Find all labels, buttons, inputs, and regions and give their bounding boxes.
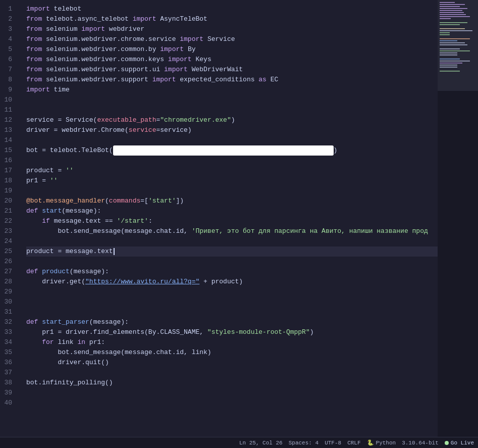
code-line	[26, 287, 478, 297]
plain-token: webdriver	[105, 24, 144, 34]
kw-token: import	[26, 4, 50, 14]
line-number: 1	[4, 4, 12, 14]
kw-token: def	[26, 206, 38, 216]
line-number: 26	[4, 257, 12, 267]
code-line	[26, 236, 478, 246]
line-number: 5	[4, 44, 12, 55]
plain-token: selenium.webdriver.chrome.service	[42, 34, 180, 44]
line-number: 29	[4, 287, 12, 297]
plain-token: telebot.async_telebot	[42, 14, 132, 24]
plain-token: (message):	[70, 267, 109, 277]
param-token: executable_path	[97, 115, 156, 125]
line-number: 11	[4, 105, 12, 115]
plain-token: AsyncTeleBot	[156, 14, 207, 24]
line-number: 10	[4, 95, 12, 105]
plain-token: )	[231, 115, 235, 125]
line-number: 19	[4, 186, 12, 196]
line-number: 4	[4, 34, 12, 44]
str-token: ''	[66, 166, 74, 176]
code-line: if message.text == '/start':	[26, 216, 478, 226]
kw-token: from	[26, 34, 42, 44]
code-line	[26, 398, 478, 408]
fn-token: product	[42, 267, 70, 277]
spaces-label: Spaces: 4	[289, 440, 318, 446]
language-status[interactable]: 🐍 Python	[367, 439, 396, 446]
code-line	[26, 257, 478, 267]
go-live-dot-icon	[445, 441, 449, 445]
plain-token: ])	[176, 196, 184, 206]
go-live-button[interactable]: Go Live	[445, 440, 474, 446]
line-number: 40	[4, 398, 12, 408]
str-token: ''	[50, 176, 58, 186]
code-line: bot.send_message(message.chat.id, 'Приве…	[26, 226, 478, 236]
line-number: 25	[4, 246, 12, 257]
python-icon: 🐍	[367, 439, 374, 446]
line-number: 3	[4, 24, 12, 34]
code-line: driver.quit()	[26, 358, 478, 368]
line-number: 32	[4, 317, 12, 327]
code-line: bot.infinity_polling()	[26, 378, 478, 388]
code-line: driver.get("https://www.avito.ru/all?q="…	[26, 277, 478, 287]
line-ending-label: CRLF	[347, 440, 360, 446]
plain-token	[38, 267, 42, 277]
code-line: from selenium.webdriver.support import e…	[26, 75, 478, 85]
code-line: from selenium.webdriver.chrome.service i…	[26, 34, 478, 44]
param-token: service	[129, 125, 156, 135]
encoding-label: UTF-8	[325, 440, 341, 446]
line-number: 22	[4, 216, 12, 226]
code-line	[26, 368, 478, 378]
code-line: def product(message):	[26, 267, 478, 277]
line-number: 16	[4, 156, 12, 166]
plain-token: driver.get(	[26, 277, 85, 287]
code-line: @bot.message_handler(commands=['start'])	[26, 196, 478, 206]
line-number: 28	[4, 277, 12, 287]
code-content[interactable]: import telebotfrom telebot.async_telebot…	[18, 0, 478, 437]
fn-token: start_parser	[42, 317, 89, 327]
line-number: 14	[4, 135, 12, 145]
plain-token: driver = webdriver.Chrome(	[26, 125, 129, 135]
code-line: product = ''	[26, 166, 478, 176]
str-token: '/start'	[117, 216, 148, 226]
kw-token: from	[26, 75, 42, 85]
kw-token: from	[26, 14, 42, 24]
str-token: 'Привет, это бот для парсинга на Авито, …	[192, 226, 428, 236]
plain-token: =service)	[156, 125, 191, 135]
kw-token: import	[164, 65, 188, 75]
line-number: 23	[4, 226, 12, 236]
line-number: 2	[4, 14, 12, 24]
code-line: import telebot	[26, 4, 478, 14]
kw-token: from	[26, 55, 42, 65]
code-line: from selenium.webdriver.common.keys impo…	[26, 55, 478, 65]
line-number: 38	[4, 378, 12, 388]
go-live-label: Go Live	[451, 440, 474, 446]
svg-rect-30	[438, 0, 478, 91]
line-number: 24	[4, 236, 12, 246]
code-line	[26, 297, 478, 307]
plain-token: bot.infinity_polling()	[26, 378, 113, 388]
plain-token: )	[334, 145, 338, 156]
plain-token: selenium	[42, 24, 81, 34]
plain-token: bot.send_message(message.chat.id, link)	[26, 347, 211, 358]
plain-token	[38, 206, 42, 216]
code-line: pr1 = ''	[26, 176, 478, 186]
plain-token: )	[310, 327, 314, 337]
plain-token: driver.quit()	[26, 358, 109, 368]
plain-token: :	[148, 216, 152, 226]
plain-token: product =	[26, 166, 66, 176]
code-line: def start(message):	[26, 206, 478, 216]
plain-token: link	[54, 337, 78, 347]
kw-token: import	[152, 75, 176, 85]
plain-token: =	[156, 115, 160, 125]
python-version-status: 3.10.64-bit	[402, 440, 439, 446]
plain-token: pr1:	[85, 337, 105, 347]
plain-token: message.text ==	[50, 216, 117, 226]
line-number: 31	[4, 307, 12, 317]
code-line	[26, 156, 478, 166]
code-line: product = message.text	[26, 246, 478, 257]
code-line: bot = telebot.TeleBot( )	[26, 145, 478, 156]
plain-token	[26, 216, 42, 226]
line-number: 33	[4, 327, 12, 337]
minimap	[438, 0, 478, 437]
kw-token: in	[77, 337, 85, 347]
editor-area: 1234567891011121314151617181920212223242…	[0, 0, 478, 437]
